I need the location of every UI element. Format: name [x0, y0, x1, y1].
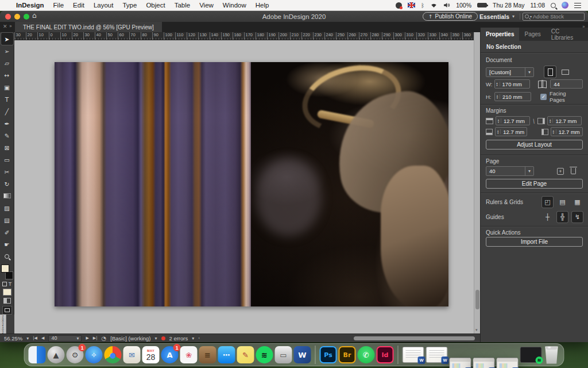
dock-trash[interactable]	[544, 346, 560, 364]
panel-tab-cc-libraries[interactable]: CC Libraries	[546, 28, 588, 41]
menu-type[interactable]: Type	[122, 2, 137, 9]
dock-minimized-spotify-window[interactable]: ≋	[520, 347, 542, 363]
minimize-window-button[interactable]	[14, 14, 20, 20]
lock-guides-icon[interactable]: ╬	[557, 212, 568, 223]
dock-photoshop[interactable]: Ps	[320, 346, 337, 363]
dock-launchpad[interactable]: ▲	[48, 346, 65, 363]
width-field[interactable]: ▴▾ 170 mm	[494, 79, 530, 89]
dock-whatsapp[interactable]: ✆	[358, 346, 375, 363]
formatting-affects-text-icon[interactable]: T	[9, 281, 12, 287]
inside-margin-field[interactable]: ▴▾ 12.7 mm	[547, 116, 582, 125]
dock-photos[interactable]: ❀	[180, 346, 198, 363]
pencil-tool[interactable]: ✎	[1, 129, 13, 141]
dock-app-store[interactable]: A1	[161, 346, 179, 363]
import-file-button[interactable]: Import File	[486, 237, 583, 247]
panel-tab-properties[interactable]: Properties	[481, 28, 519, 41]
chevron-right-double-icon[interactable]: »	[9, 24, 12, 29]
gradient-swatch-tool[interactable]	[1, 190, 13, 202]
app-menu[interactable]: InDesign	[16, 2, 44, 9]
zoom-tool[interactable]	[1, 250, 13, 262]
left-page-image-curtains[interactable]	[55, 62, 251, 306]
dock-chrome[interactable]: ●	[105, 346, 122, 363]
baseline-grid-icon[interactable]: ▤	[557, 197, 568, 208]
dock-mail[interactable]: ✉	[123, 346, 141, 363]
pen-tool[interactable]: ✒	[1, 117, 13, 129]
formatting-affects-container-icon[interactable]	[2, 282, 7, 286]
menu-layout[interactable]: Layout	[94, 2, 114, 9]
dock-safari[interactable]: ✧	[86, 346, 103, 363]
dock-contacts[interactable]: ≡	[199, 346, 216, 363]
wifi-icon[interactable]	[430, 2, 438, 9]
pages-count-field[interactable]: 44	[550, 79, 583, 89]
pasteboard[interactable]	[14, 40, 474, 334]
screen-mode-button[interactable]	[2, 306, 12, 315]
menu-bar-time[interactable]: 11:08	[531, 2, 546, 9]
volume-icon[interactable]	[443, 2, 450, 9]
preflight-errors[interactable]: 2 errors	[169, 335, 188, 342]
content-collector-tool[interactable]: ▣	[1, 81, 13, 93]
add-page-button[interactable]: +	[557, 168, 564, 175]
portrait-orientation-button[interactable]	[544, 66, 556, 78]
panel-tab-pages[interactable]: Pages	[519, 28, 546, 41]
publish-online-button[interactable]: ↑ Publish Online	[423, 12, 478, 21]
selection-tool[interactable]: ➤	[1, 33, 13, 45]
menu-view[interactable]: View	[199, 2, 214, 9]
show-guides-icon[interactable]: ┼	[542, 212, 553, 223]
outside-margin-field[interactable]: ▴▾ 12.7 mm	[551, 127, 583, 136]
zoom-level[interactable]: 56.25%	[4, 335, 22, 342]
dock-minimized-finder-window-1[interactable]: W	[450, 358, 471, 368]
top-margin-field[interactable]: ▴▾ 12.7 mm	[496, 116, 530, 125]
spotlight-search-icon[interactable]	[551, 3, 556, 8]
show-rulers-icon[interactable]: ◰	[542, 197, 553, 208]
adobe-stock-search[interactable]: ▾	[523, 13, 585, 21]
menu-window[interactable]: Window	[223, 2, 246, 9]
preflight-icon[interactable]: ◔	[102, 335, 107, 342]
smart-guides-icon[interactable]: ↯	[572, 212, 583, 223]
gap-tool[interactable]: ↔	[1, 69, 13, 81]
type-tool[interactable]: T	[1, 93, 13, 105]
home-icon[interactable]: ⌂	[32, 12, 37, 20]
fill-swatch[interactable]	[1, 264, 9, 273]
menu-bar-date[interactable]: Thu 28 May	[493, 2, 524, 9]
rectangle-tool[interactable]: ▭	[1, 154, 13, 166]
page-number-field[interactable]: 40 ▾	[48, 335, 82, 342]
link-margins-icon[interactable]: \	[532, 117, 535, 124]
menu-file[interactable]: File	[53, 2, 64, 9]
previous-page-button[interactable]: ◀	[41, 336, 44, 340]
battery-icon[interactable]	[477, 3, 487, 7]
dock-minimized-word-doc-1[interactable]: W	[403, 347, 424, 363]
preflight-profile[interactable]: [Basic] (working)	[110, 335, 150, 342]
dock-spotify[interactable]: ≋	[256, 346, 273, 363]
close-window-button[interactable]	[5, 14, 11, 20]
notification-center-icon[interactable]	[574, 3, 581, 8]
note-tool[interactable]: ▤	[1, 214, 13, 226]
scroll-down-icon[interactable]: ▾	[475, 328, 478, 332]
horizontal-scrollbar-thumb[interactable]	[354, 336, 475, 340]
horizontal-scrollbar[interactable]	[204, 336, 476, 341]
workspace-switcher[interactable]: Essentials ▾	[479, 12, 514, 21]
zoom-window-button[interactable]	[24, 14, 29, 20]
dock-finder[interactable]	[29, 346, 46, 363]
apply-color-button[interactable]	[3, 289, 11, 296]
dock-system-preferences[interactable]: ⚙1	[67, 346, 84, 363]
chevron-down-icon[interactable]: ▾	[26, 336, 29, 341]
right-page-image-dried-flower[interactable]	[251, 62, 448, 306]
adjust-layout-button[interactable]: Adjust Layout	[486, 140, 583, 150]
landscape-orientation-button[interactable]	[559, 66, 571, 78]
scroll-left-icon[interactable]: ‹	[198, 336, 200, 340]
dock-messages[interactable]: ⋯	[218, 346, 235, 363]
facing-pages-checkbox[interactable]: ✓	[540, 94, 547, 100]
page-tool[interactable]: ▱	[1, 57, 13, 69]
free-transform-tool[interactable]: ↻	[1, 178, 13, 190]
last-page-button[interactable]: ▶|	[93, 336, 98, 340]
hand-tool[interactable]: ☛	[1, 238, 13, 250]
first-page-button[interactable]: |◀	[33, 336, 37, 340]
direct-selection-tool[interactable]: ➢	[1, 45, 13, 57]
menu-help[interactable]: Help	[256, 2, 269, 9]
view-options-icon[interactable]	[3, 298, 11, 304]
gradient-feather-tool[interactable]: ▨	[1, 202, 13, 214]
scissors-tool[interactable]: ✂	[1, 166, 13, 178]
horizontal-ruler[interactable]: 3020100102030405060708090100110120130140…	[14, 32, 474, 40]
bottom-margin-field[interactable]: ▴▾ 12.7 mm	[495, 127, 527, 136]
delete-page-button[interactable]	[571, 168, 576, 174]
